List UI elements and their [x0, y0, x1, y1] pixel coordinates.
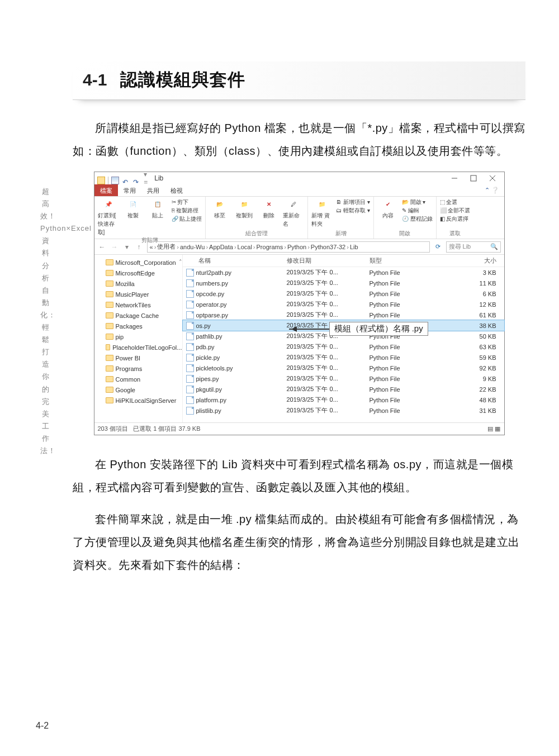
breadcrumb-segment[interactable]: 使用者: [157, 243, 176, 251]
col-type[interactable]: 類型: [366, 256, 422, 265]
tree-folder[interactable]: Programs: [106, 363, 182, 374]
tab-file[interactable]: 檔案: [94, 184, 118, 196]
delete-button[interactable]: ✕刪除: [258, 198, 280, 220]
recent-button[interactable]: ▾: [122, 243, 131, 251]
python-file-icon: [186, 279, 194, 287]
paste-icon: 📋: [151, 198, 164, 210]
selectnone-button[interactable]: ⬜ 全部不選: [440, 206, 471, 215]
svg-rect-1: [471, 175, 476, 181]
folder-icon: [106, 323, 113, 329]
folder-icon: [106, 312, 113, 318]
python-file-icon: [186, 343, 194, 351]
refresh-dropdown[interactable]: ⟳: [433, 243, 443, 250]
delete-icon: ✕: [263, 198, 275, 210]
tree-folder[interactable]: Common: [106, 374, 182, 384]
col-name[interactable]: 名稱: [183, 256, 283, 265]
python-file-icon: [186, 407, 194, 415]
up-button[interactable]: ↑: [135, 243, 144, 251]
file-row[interactable]: pkgutil.py2019/3/25 下午 0...Python File22…: [183, 384, 504, 394]
copyto-icon: 📁: [238, 198, 250, 210]
breadcrumb-segment[interactable]: AppData: [209, 244, 233, 250]
easyaccess-button[interactable]: 🗂 輕鬆存取 ▾: [336, 206, 370, 215]
tree-folder[interactable]: Packages: [106, 321, 182, 331]
copy-path-button[interactable]: ⎘ 複製路徑: [172, 206, 202, 215]
file-row[interactable]: numbers.py2019/3/25 下午 0...Python File11…: [183, 278, 504, 288]
tree-folder[interactable]: Mozilla: [106, 278, 182, 289]
tree-folder[interactable]: NetworkTiles: [106, 299, 182, 310]
tab-share[interactable]: 共用: [141, 184, 165, 196]
tree-folder[interactable]: Google: [106, 384, 182, 395]
file-list[interactable]: 名稱 修改日期 類型 大小 nturl2path.py2019/3/25 下午 …: [183, 255, 504, 422]
folder-label: Power BI: [116, 355, 141, 362]
ribbon-group-select: ⬚ 全選 ⬜ 全部不選 ◧ 反向選擇 選取: [437, 197, 474, 239]
folder-icon: [106, 259, 113, 265]
rename-button[interactable]: 🖉重新命名: [283, 198, 304, 228]
breadcrumb-segment[interactable]: «: [150, 244, 153, 250]
col-size[interactable]: 大小: [422, 256, 504, 265]
file-row[interactable]: operator.py2019/3/25 下午 0...Python File1…: [183, 299, 504, 310]
folder-icon: [106, 291, 113, 297]
maximize-button[interactable]: [464, 172, 483, 184]
edit-button[interactable]: ✎ 編輯: [402, 206, 433, 215]
breadcrumb-segment[interactable]: Python: [287, 244, 306, 250]
tree-folder[interactable]: Microsoft_Corporation˄: [106, 257, 182, 268]
content-button[interactable]: ✔內容: [377, 198, 399, 220]
file-row[interactable]: platform.py2019/3/25 下午 0...Python File4…: [183, 394, 504, 405]
tree-folder[interactable]: MusicPlayer: [106, 289, 182, 299]
file-row[interactable]: pdb.py2019/3/25 下午 0...Python File63 KB: [183, 341, 504, 352]
file-row[interactable]: nturl2path.py2019/3/25 下午 0...Python Fil…: [183, 267, 504, 278]
newfolder-button[interactable]: 📁新增 資料夾: [311, 198, 333, 228]
file-row[interactable]: optparse.py2019/3/25 下午 0...Python File6…: [183, 310, 504, 320]
python-file-icon: [186, 386, 194, 393]
view-toggle[interactable]: ▤ ▦: [487, 425, 500, 432]
tree-folder[interactable]: Power BI: [106, 353, 182, 363]
col-date[interactable]: 修改日期: [283, 256, 366, 265]
history-button[interactable]: 🕘 歷程記錄: [402, 215, 433, 223]
copy-button[interactable]: 📄複製: [122, 198, 144, 220]
file-row[interactable]: plistlib.py2019/3/25 下午 0...Python File3…: [183, 405, 504, 416]
folder-label: Google: [116, 387, 135, 393]
tab-home[interactable]: 常用: [118, 184, 141, 196]
paste-button[interactable]: 📋貼上: [147, 198, 168, 220]
tree-folder[interactable]: HiPKILocalSignServer: [106, 395, 182, 406]
pin-button[interactable]: 📌釘選到[ 快速存取]: [98, 198, 119, 236]
search-input[interactable]: 搜尋 Lib🔍: [446, 241, 501, 253]
file-row[interactable]: pickle.py2019/3/25 下午 0...Python File59 …: [183, 352, 504, 363]
copyto-button[interactable]: 📁複製到: [234, 198, 255, 220]
tree-folder[interactable]: PlaceholderTileLogoFol...: [106, 342, 182, 353]
ribbon-help-icon[interactable]: ⌃ ❔: [485, 187, 504, 194]
minimize-button[interactable]: [445, 172, 464, 184]
moveto-button[interactable]: 📂移至: [209, 198, 230, 220]
invert-button[interactable]: ◧ 反向選擇: [440, 215, 471, 223]
tab-view[interactable]: 檢視: [165, 184, 188, 196]
selectall-button[interactable]: ⬚ 全選: [440, 198, 471, 206]
address-bar-row: ← → ▾ ↑ «›使用者›andu-Wu›AppData›Local›Prog…: [94, 239, 504, 255]
breadcrumb-segment[interactable]: Python37-32: [311, 244, 345, 250]
breadcrumb-segment[interactable]: andu-Wu: [180, 244, 205, 250]
breadcrumb-segment[interactable]: Programs: [257, 244, 283, 250]
back-button[interactable]: ←: [98, 243, 107, 251]
file-row[interactable]: pipes.py2019/3/25 下午 0...Python File9 KB: [183, 373, 504, 384]
annotation-callout: 模組（程式檔）名稱 .py: [289, 322, 428, 336]
tree-folder[interactable]: pip: [106, 331, 182, 342]
open-button[interactable]: 📂 開啟 ▾: [402, 198, 433, 206]
cut-button[interactable]: ✂ 剪下: [172, 198, 202, 206]
paste-shortcut-button[interactable]: 🔗 貼上捷徑: [172, 215, 202, 223]
breadcrumb-segment[interactable]: Lib: [350, 244, 358, 250]
breadcrumb-segment[interactable]: Local: [238, 244, 252, 250]
close-button[interactable]: [483, 172, 502, 184]
arrow-icon: [289, 329, 329, 330]
python-file-icon: [186, 375, 194, 383]
forward-button[interactable]: →: [110, 243, 119, 251]
folder-tree[interactable]: Microsoft_Corporation˄MicrosoftEdgeMozil…: [94, 255, 183, 422]
newitem-button[interactable]: 🗎 新增項目 ▾: [336, 198, 370, 206]
file-row[interactable]: pickletools.py2019/3/25 下午 0...Python Fi…: [183, 363, 504, 373]
tree-folder[interactable]: Package Cache: [106, 310, 182, 321]
tree-folder[interactable]: MicrosoftEdge: [106, 268, 182, 278]
file-row[interactable]: opcode.py2019/3/25 下午 0...Python File6 K…: [183, 288, 504, 299]
folder-label: MusicPlayer: [116, 291, 149, 298]
ribbon-group-clipboard: 📌釘選到[ 快速存取] 📄複製 📋貼上 ✂ 剪下 ⎘ 複製路徑 🔗 貼上捷徑 剪…: [94, 197, 206, 239]
ribbon-group-new: 📁新增 資料夾 🗎 新增項目 ▾ 🗂 輕鬆存取 ▾ 新增: [308, 197, 374, 239]
breadcrumb[interactable]: «›使用者›andu-Wu›AppData›Local›Programs›Pyt…: [147, 241, 430, 253]
column-headers[interactable]: 名稱 修改日期 類型 大小: [183, 255, 504, 267]
